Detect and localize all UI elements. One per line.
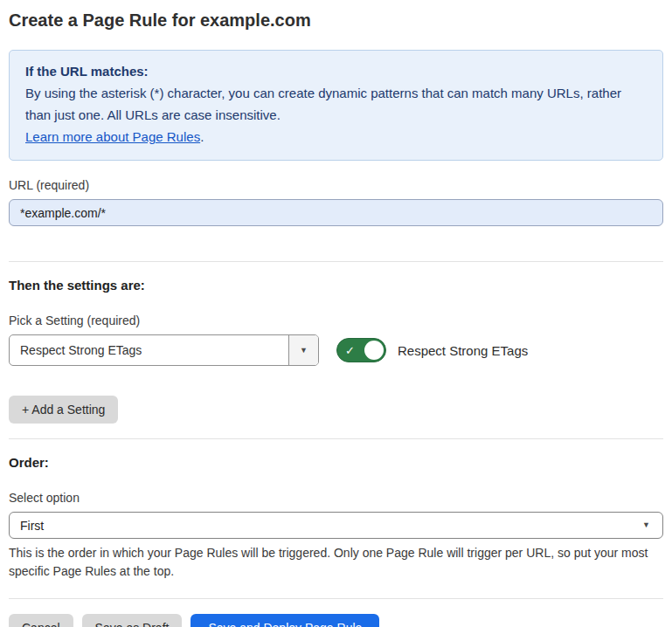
info-box-body: By using the asterisk (*) character, you… — [25, 82, 647, 126]
info-box-heading: If the URL matches: — [25, 61, 647, 82]
respect-strong-etags-toggle[interactable]: ✓ — [336, 338, 386, 362]
link-period: . — [200, 129, 204, 144]
toggle-label: Respect Strong ETags — [398, 343, 528, 358]
setting-select[interactable]: Respect Strong ETags ▼ — [9, 334, 319, 366]
dropdown-arrow-icon: ▼ — [642, 521, 650, 529]
info-box-link-line: Learn more about Page Rules. — [25, 126, 647, 148]
pick-setting-label: Pick a Setting (required) — [9, 314, 663, 327]
footer-buttons: Cancel Save as Draft Save and Deploy Pag… — [9, 614, 663, 627]
setting-select-arrow-button[interactable]: ▼ — [288, 335, 318, 365]
section-divider — [9, 261, 663, 262]
setting-select-value: Respect Strong ETags — [10, 335, 288, 365]
settings-section-heading: Then the settings are: — [9, 278, 663, 293]
order-section-heading: Order: — [9, 455, 663, 470]
url-match-info-box: If the URL matches: By using the asteris… — [9, 50, 663, 161]
order-select[interactable]: First ▼ — [9, 512, 663, 539]
page-title: Create a Page Rule for example.com — [9, 9, 663, 31]
add-setting-button[interactable]: + Add a Setting — [9, 396, 118, 424]
check-icon: ✓ — [345, 345, 355, 356]
order-help-text: This is the order in which your Page Rul… — [9, 544, 655, 581]
section-divider — [9, 438, 663, 439]
toggle-knob — [364, 341, 384, 360]
setting-row: Respect Strong ETags ▼ ✓ Respect Strong … — [9, 334, 663, 366]
footer-divider — [9, 598, 663, 599]
order-select-value: First — [20, 519, 44, 533]
save-draft-button[interactable]: Save as Draft — [82, 614, 183, 627]
cancel-button[interactable]: Cancel — [9, 614, 73, 627]
create-page-rule-panel: Create a Page Rule for example.com If th… — [0, 0, 672, 627]
url-input[interactable] — [9, 199, 663, 226]
save-deploy-button[interactable]: Save and Deploy Page Rule — [191, 614, 379, 627]
dropdown-arrow-icon: ▼ — [300, 347, 308, 355]
learn-more-link[interactable]: Learn more about Page Rules — [25, 129, 200, 144]
select-option-label: Select option — [9, 491, 663, 505]
url-field-label: URL (required) — [9, 178, 663, 192]
